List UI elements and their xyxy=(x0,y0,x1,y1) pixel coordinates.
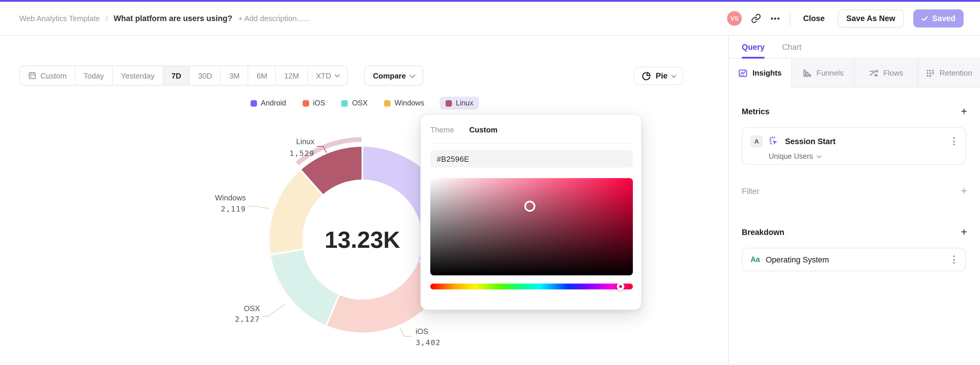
chart-type-button[interactable]: Pie xyxy=(634,67,684,85)
range-option-custom[interactable]: Custom xyxy=(20,66,76,85)
insight-editor-window: Web Analytics Template / What platform a… xyxy=(0,0,980,365)
string-property-icon: Aa xyxy=(751,255,760,264)
tab-label: Insights xyxy=(752,69,782,77)
slice-label-name: Windows xyxy=(215,193,246,202)
hue-slider[interactable] xyxy=(430,284,633,289)
label-leader-line xyxy=(262,304,285,316)
breadcrumb-separator: / xyxy=(106,14,108,23)
range-option-label: Today xyxy=(84,71,104,80)
tab-theme[interactable]: Theme xyxy=(430,125,454,134)
insights-icon xyxy=(738,68,748,78)
add-filter-button[interactable]: + xyxy=(961,186,967,196)
series-badge: A xyxy=(751,135,763,147)
range-option-12m[interactable]: 12M xyxy=(276,66,308,85)
tab-funnels[interactable]: Funnels xyxy=(792,59,855,88)
donut-center-total: 13.23K xyxy=(325,227,400,253)
range-option-label: XTD xyxy=(316,71,331,80)
check-icon xyxy=(921,16,928,21)
top-accent-bar xyxy=(0,0,980,2)
close-button[interactable]: Close xyxy=(800,10,828,27)
range-option-30d[interactable]: 30D xyxy=(190,66,221,85)
tab-insights[interactable]: Insights xyxy=(729,59,792,88)
more-menu-button[interactable]: ••• xyxy=(771,14,780,23)
range-option-xtd[interactable]: XTD xyxy=(308,66,347,85)
tab-label: Funnels xyxy=(816,69,843,77)
header-actions: VS ••• Close Save As New Saved xyxy=(727,10,964,27)
tab-label: Flows xyxy=(883,69,903,77)
tab-custom[interactable]: Custom xyxy=(469,125,498,134)
share-link-icon[interactable] xyxy=(751,13,761,24)
chevron-down-icon xyxy=(671,73,676,78)
slice-label-value: 2,127 xyxy=(235,315,260,324)
range-option-label: 3M xyxy=(229,71,240,80)
header: Web Analytics Template / What platform a… xyxy=(0,0,980,36)
breakdown-label: Operating System xyxy=(766,255,945,264)
chevron-down-icon xyxy=(334,72,340,77)
aggregation-selector[interactable]: Unique Users xyxy=(742,150,966,166)
chevron-down-icon xyxy=(816,153,821,158)
insight-type-tabs: InsightsFunnelsFlowsRetention xyxy=(729,59,980,88)
color-cursor[interactable] xyxy=(524,201,535,212)
page-title[interactable]: What platform are users using? xyxy=(114,14,232,23)
tab-query[interactable]: Query xyxy=(742,36,765,58)
add-breakdown-button[interactable]: + xyxy=(961,227,967,237)
range-option-6m[interactable]: 6M xyxy=(248,66,276,85)
range-option-label: 12M xyxy=(284,71,299,80)
metric-card[interactable]: ASession StartUnique Users xyxy=(742,127,966,165)
chart-controls: CustomTodayYesterday7D30D3M6M12MXTD Comp… xyxy=(19,65,728,86)
sidebar-tabs: Query Chart xyxy=(729,36,980,59)
filter-section-header: Filter + xyxy=(742,185,967,198)
aggregation-label: Unique Users xyxy=(768,152,813,161)
slice-label-value: 2,119 xyxy=(221,205,246,213)
cursor-click-icon xyxy=(768,136,779,147)
metrics-section-header: Metrics + xyxy=(742,105,967,118)
saturation-value-area[interactable] xyxy=(430,178,633,275)
breakdown-menu-button[interactable] xyxy=(951,253,957,266)
hue-slider-thumb[interactable] xyxy=(617,283,624,290)
range-option-label: Custom xyxy=(40,71,67,80)
date-range-control: CustomTodayYesterday7D30D3M6M12MXTD xyxy=(19,65,348,86)
breakdown-card[interactable]: AaOperating System xyxy=(742,248,966,271)
color-picker-popup: Theme Custom #B2596E xyxy=(420,114,642,310)
add-metric-button[interactable]: + xyxy=(961,106,967,116)
range-option-7d[interactable]: 7D xyxy=(163,66,190,85)
range-option-label: 6M xyxy=(257,71,267,80)
label-leader-line xyxy=(248,206,269,209)
range-option-label: 7D xyxy=(172,71,181,80)
hex-color-input[interactable]: #B2596E xyxy=(430,150,633,167)
label-leader-line xyxy=(401,329,412,336)
avatar[interactable]: VS xyxy=(727,11,742,26)
tab-chart[interactable]: Chart xyxy=(782,36,802,58)
range-option-today[interactable]: Today xyxy=(76,66,113,85)
range-option-3m[interactable]: 3M xyxy=(221,66,248,85)
flows-icon xyxy=(869,68,879,78)
save-as-new-button[interactable]: Save As New xyxy=(837,10,904,27)
color-picker-tabs: Theme Custom xyxy=(430,125,498,134)
range-option-label: Yesterday xyxy=(121,71,154,80)
tab-retention[interactable]: Retention xyxy=(918,59,980,88)
range-option-label: 30D xyxy=(198,71,212,80)
add-description-button[interactable]: + Add description...... xyxy=(238,14,309,23)
pie-chart-icon xyxy=(642,71,651,81)
breadcrumb: Web Analytics Template / What platform a… xyxy=(19,14,309,23)
header-divider xyxy=(790,11,790,26)
metric-menu-button[interactable] xyxy=(951,135,957,148)
slice-label-name: iOS xyxy=(416,327,428,336)
tab-label: Retention xyxy=(940,69,972,77)
slice-label-name: OSX xyxy=(244,304,260,313)
calendar-icon xyxy=(28,72,36,80)
funnels-icon xyxy=(802,68,812,78)
picker-divider xyxy=(430,143,632,143)
breadcrumb-root-link[interactable]: Web Analytics Template xyxy=(19,14,100,23)
metric-label: Session Start xyxy=(785,137,945,146)
tab-flows[interactable]: Flows xyxy=(855,59,918,88)
slice-label-name: Linux xyxy=(296,137,314,146)
range-option-yesterday[interactable]: Yesterday xyxy=(113,66,163,85)
compare-button[interactable]: Compare xyxy=(364,65,423,86)
retention-icon xyxy=(926,68,935,78)
saved-button[interactable]: Saved xyxy=(913,10,964,27)
slice-label-value: 1,529 xyxy=(290,149,314,158)
breakdown-section-header: Breakdown + xyxy=(742,226,967,239)
pie-slice-osx[interactable] xyxy=(270,249,339,326)
chevron-down-icon xyxy=(410,72,416,78)
